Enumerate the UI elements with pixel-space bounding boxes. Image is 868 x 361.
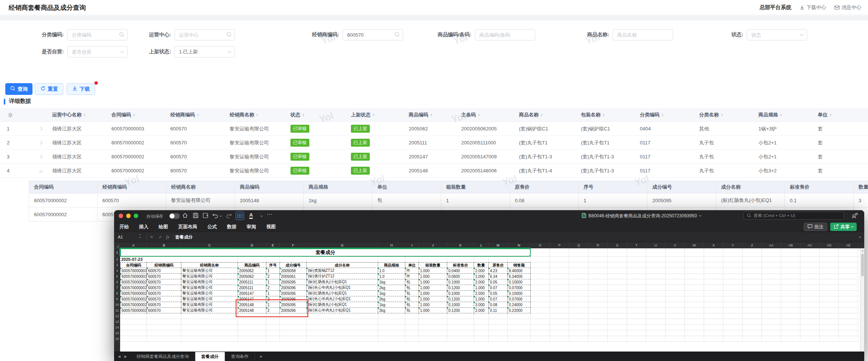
sort-icon[interactable]: ▲▼ [478, 113, 480, 116]
empty-cell[interactable] [685, 325, 704, 330]
column-header[interactable]: 分类编码▲▼ [640, 108, 664, 122]
empty-cell[interactable] [266, 325, 280, 330]
sheet-cell[interactable]: 0.1200 [447, 296, 474, 302]
sheet-cell[interactable]: 2005095 [280, 302, 307, 308]
sheet-cell[interactable]: 600570000003 [120, 274, 147, 279]
column-header[interactable]: 商品名称▲▼ [519, 108, 543, 122]
empty-cell[interactable] [627, 313, 646, 319]
sheet-header-cell[interactable]: 成分名称 [307, 262, 378, 268]
menu-item-3[interactable]: 页面布局 [178, 224, 197, 230]
empty-cell[interactable] [531, 313, 550, 319]
sheet-cell[interactable]: 1kg [378, 291, 405, 296]
empty-cell[interactable] [419, 330, 447, 336]
sheet-cell[interactable]: 600570 [147, 296, 181, 302]
empty-cell[interactable] [531, 274, 550, 279]
empty-cell[interactable] [550, 302, 569, 308]
table-row[interactable]: 4领锋江苏大区600570000002600570黎安运输有限公司已审核已上架2… [0, 164, 868, 178]
formula-bar-expand-icon[interactable]: ▼ [859, 236, 861, 239]
sort-icon[interactable]: ▲▼ [372, 113, 375, 116]
empty-cell[interactable] [627, 296, 646, 302]
column-header-Y[interactable]: Y [723, 242, 743, 248]
sheet-cell[interactable]: 2.000 [474, 308, 489, 313]
sheet-cell[interactable]: 0.24000 [508, 302, 531, 308]
empty-cell[interactable] [608, 336, 627, 342]
sheet-cell[interactable]: 2 [266, 274, 280, 279]
empty-cell[interactable] [723, 313, 743, 319]
empty-cell[interactable] [646, 262, 666, 268]
column-header[interactable]: 主条码▲▼ [461, 108, 480, 122]
menu-item-6[interactable]: 审阅 [247, 224, 256, 230]
table-row[interactable]: 1领锋江苏大区600570000003600570黎安运输有限公司已审核已上架2… [0, 122, 868, 136]
empty-cell[interactable] [743, 262, 762, 268]
empty-cell[interactable] [531, 330, 550, 336]
row-number[interactable]: 6 [114, 279, 120, 285]
sheet-cell[interactable]: 600570000002 [120, 279, 147, 285]
empty-cell[interactable] [646, 268, 666, 274]
empty-cell[interactable] [704, 262, 723, 268]
empty-cell[interactable] [646, 319, 666, 325]
empty-cell[interactable] [508, 313, 531, 319]
sheet-title-cell[interactable]: 套餐成分 [120, 248, 531, 257]
empty-cell[interactable] [839, 257, 858, 262]
empty-cell[interactable] [781, 296, 800, 302]
column-header-L[interactable]: L [474, 242, 489, 248]
column-header-C[interactable]: C [181, 242, 238, 248]
sheet-cell[interactable]: 1.000 [419, 285, 447, 291]
sort-icon[interactable]: ▲▼ [430, 113, 432, 116]
empty-cell[interactable] [307, 257, 378, 262]
sheet-cell[interactable]: 0.08 [489, 302, 508, 308]
empty-cell[interactable] [820, 279, 839, 285]
empty-cell[interactable] [531, 268, 550, 274]
empty-cell[interactable] [723, 274, 743, 279]
sheet-cell[interactable]: 黎安运输有限公司 [181, 285, 238, 291]
column-header-V[interactable]: V [666, 242, 685, 248]
sheet-cell[interactable]: 2005111 [238, 279, 266, 285]
cancel-entry-icon[interactable]: × [150, 232, 153, 242]
sheet-cell[interactable]: 0.10000 [508, 291, 531, 296]
column-header-W[interactable]: W [685, 242, 704, 248]
empty-cell[interactable] [569, 308, 588, 313]
empty-cell[interactable] [627, 257, 646, 262]
sheet-cell[interactable]: 0.1200 [447, 308, 474, 313]
empty-cell[interactable] [588, 268, 608, 274]
freeze-panes-icon[interactable] [236, 212, 244, 220]
empty-cell[interactable] [550, 268, 569, 274]
empty-cell[interactable] [531, 319, 550, 325]
column-header[interactable]: 包装名称▲▼ [581, 108, 605, 122]
sheet-cell[interactable]: 黎安运输有限公司 [181, 279, 238, 285]
empty-cell[interactable] [820, 257, 839, 262]
empty-cell[interactable] [685, 296, 704, 302]
row-number[interactable]: 12 [114, 313, 120, 319]
empty-cell[interactable] [762, 308, 781, 313]
sheet-cell[interactable]: (标)煮面锅ZT12 [307, 268, 378, 274]
empty-cell[interactable] [307, 325, 378, 330]
empty-cell[interactable] [405, 325, 419, 330]
font-color-icon[interactable]: A [249, 212, 253, 219]
empty-cell[interactable] [723, 248, 743, 257]
sheet-cell[interactable]: 0.05 [489, 291, 508, 296]
row-number[interactable]: 8 [114, 291, 120, 296]
empty-cell[interactable] [685, 336, 704, 342]
sheet-cell[interactable]: 0.1000 [447, 291, 474, 296]
empty-cell[interactable] [419, 319, 447, 325]
sheet-cell[interactable]: 2005062 [238, 274, 266, 279]
column-header-K[interactable]: K [447, 242, 474, 248]
column-header-AD[interactable]: AD [820, 242, 839, 248]
reset-button[interactable]: 重置 [35, 83, 63, 95]
empty-cell[interactable] [685, 268, 704, 274]
empty-cell[interactable] [762, 257, 781, 262]
empty-cell[interactable] [474, 336, 489, 342]
sheet-cell[interactable]: 2.000 [474, 279, 489, 285]
empty-cell[interactable] [569, 336, 588, 342]
empty-cell[interactable] [781, 257, 800, 262]
empty-cell[interactable] [666, 330, 685, 336]
empty-cell[interactable] [723, 262, 743, 268]
undo-icon[interactable] [212, 213, 218, 218]
column-header[interactable]: 经销商编码▲▼ [170, 108, 199, 122]
empty-cell[interactable] [280, 325, 307, 330]
sheet-cell[interactable]: 0.0600 [447, 274, 474, 279]
maximize-window-button[interactable] [134, 214, 138, 218]
empty-cell[interactable] [685, 262, 704, 268]
column-header[interactable]: 运营中心名称▲▼ [52, 108, 86, 122]
tab-scroll-right-icon[interactable]: ▶ [124, 355, 127, 358]
